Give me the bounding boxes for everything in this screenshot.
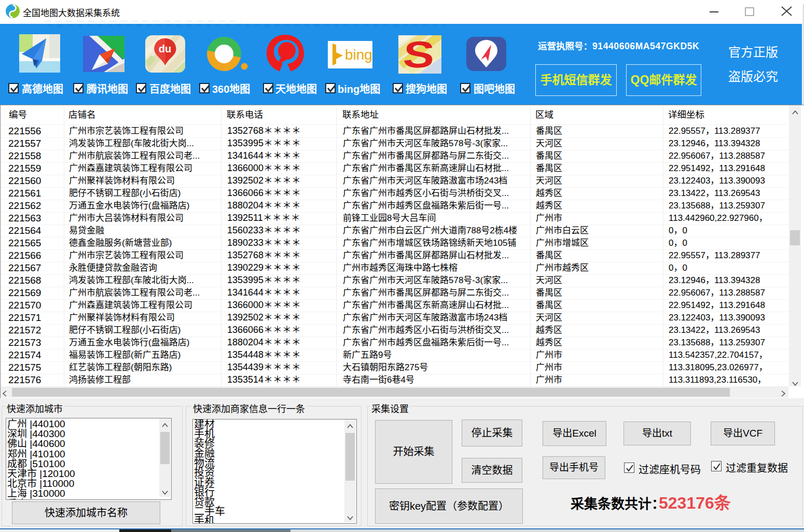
svg-text:du: du <box>159 43 171 54</box>
svg-text:bing: bing <box>345 47 372 63</box>
svg-text:S: S <box>402 35 436 74</box>
